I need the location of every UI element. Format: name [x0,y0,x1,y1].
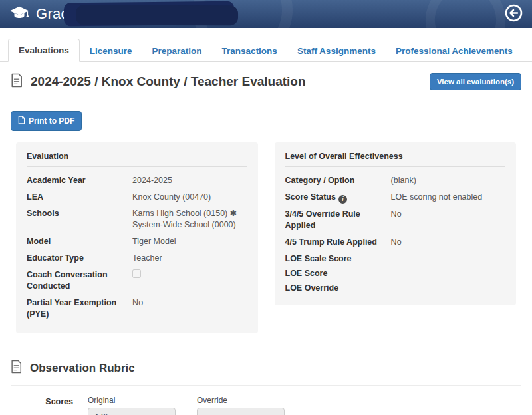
field-value: 2024-2025 [132,175,247,186]
field-label: 3/4/5 Override Rule Applied [285,209,391,231]
field-row-academic-year: Academic Year 2024-2025 [27,175,247,186]
field-label: Score Statusi [285,192,391,204]
field-value: No [132,297,247,320]
evaluation-panel: Evaluation Academic Year 2024-2025 LEA K… [16,142,258,333]
field-value [391,253,505,265]
field-value: (blank) [391,175,505,186]
document-icon [11,73,23,90]
panel-title: Level of Overall Effectiveness [285,152,506,167]
field-row-loe-scale-score: LOE Scale Score [285,253,506,265]
original-score-label: Original [88,396,176,405]
field-label: Coach Conversation Conducted [27,269,132,292]
view-all-evaluations-button[interactable]: View all evaluation(s) [430,73,521,90]
field-value [391,283,505,294]
field-row-loe-score: LOE Score [285,268,506,279]
observation-rubric-header: Observation Rubric [11,360,521,386]
field-value: Tiger Model [132,236,247,247]
scores-row: Scores Original Override [0,396,532,415]
tab-professional-achievements[interactable]: Professional Achievements [386,40,523,62]
field-label: Schools [27,208,132,231]
field-value: No [391,237,505,248]
original-score-input[interactable] [88,408,176,415]
field-label: Model [27,236,132,247]
tab-evaluations[interactable]: Evaluations [8,39,80,62]
field-value: Knox County (00470) [132,192,247,203]
field-label: LOE Scale Score [285,253,391,265]
field-label: LOE Override [285,283,391,294]
page-title: 2024-2025 / Knox County / Teacher Evalua… [31,74,306,89]
override-score-label: Override [197,396,285,405]
field-row-lea: LEA Knox County (00470) [27,192,247,203]
field-value: LOE scoring not enabled [391,192,505,204]
field-label: 4/5 Trump Rule Applied [285,237,391,248]
section-title: Observation Rubric [30,362,135,375]
loe-panel: Level of Overall Effectiveness Category … [275,142,517,305]
field-row-loe-override: LOE Override [285,283,506,294]
coach-conversation-checkbox[interactable] [132,269,141,278]
field-value: No [391,209,505,231]
document-icon [11,360,22,376]
tab-preparation[interactable]: Preparation [142,40,212,62]
field-label: Educator Type [27,253,132,264]
field-value: Teacher [132,253,247,264]
field-row-pye: Partial Year Exemption (PYE) No [27,297,247,320]
field-value: Karns High School (0150) ✱ System-Wide S… [132,208,247,231]
field-value [132,269,247,292]
page-header: 2024-2025 / Knox County / Teacher Evalua… [0,62,532,100]
field-label: LOE Score [285,268,391,279]
field-row-score-status: Score Statusi LOE scoring not enabled [285,192,506,204]
override-score-input[interactable] [197,408,285,415]
tab-transactions[interactable]: Transactions [212,40,287,62]
field-row-coach-conversation: Coach Conversation Conducted [27,269,247,292]
scores-label: Scores [0,396,88,415]
field-value [391,268,505,279]
info-icon[interactable]: i [338,195,347,204]
print-to-pdf-button[interactable]: Print to PDF [11,111,82,131]
top-navbar: Grace [0,0,532,28]
field-row-category-option: Category / Option (blank) [285,175,506,186]
pdf-file-icon [18,116,25,126]
field-label: Category / Option [285,175,391,186]
panel-title: Evaluation [27,152,247,167]
back-arrow-icon[interactable] [505,4,523,25]
field-label: LEA [27,192,132,203]
graduation-cap-icon [9,5,29,23]
field-row-45-trump: 4/5 Trump Rule Applied No [285,237,506,248]
watermark-circle [412,0,518,28]
tab-staff-assignments[interactable]: Staff Assignments [287,40,386,62]
field-row-model: Model Tiger Model [27,236,247,247]
field-row-educator-type: Educator Type Teacher [27,253,247,264]
summary-panels: Evaluation Academic Year 2024-2025 LEA K… [0,142,532,333]
redacted-name [64,1,234,27]
field-row-345-override: 3/4/5 Override Rule Applied No [285,209,506,231]
tab-licensure[interactable]: Licensure [80,40,142,62]
tab-bar: Evaluations Licensure Preparation Transa… [0,38,532,62]
field-row-schools: Schools Karns High School (0150) ✱ Syste… [27,208,247,231]
field-label: Academic Year [27,175,132,186]
field-label: Partial Year Exemption (PYE) [27,297,132,320]
